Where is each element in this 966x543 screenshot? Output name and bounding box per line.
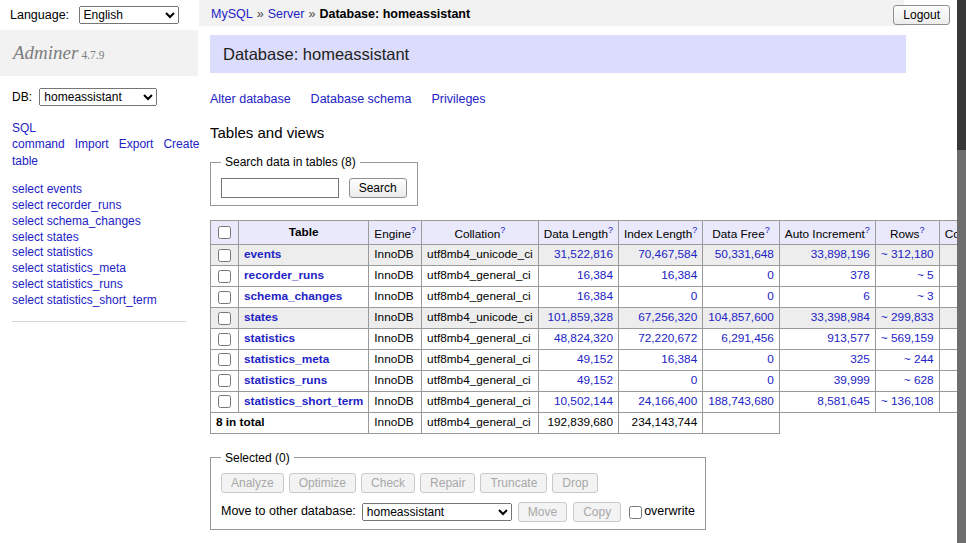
scrollbar-thumb[interactable] [957,0,966,150]
db-select[interactable]: homeassistant [39,88,157,106]
db-action-link[interactable]: Alter database [210,92,291,106]
data-free-link[interactable]: 0 [767,268,774,282]
row-select-checkbox[interactable] [218,312,231,325]
index-length-link[interactable]: 72,220,672 [638,331,697,345]
table-row: statistics_runsInnoDButf8mb4_general_ci4… [211,370,966,391]
db-action-link[interactable]: Database schema [311,92,412,106]
index-length-link[interactable]: 16,384 [661,352,697,366]
column-help-link[interactable]: ? [411,225,416,235]
sidebar-action-link[interactable]: Export [119,137,154,151]
index-length-link[interactable]: 24,166,400 [638,394,697,408]
sidebar-action-link[interactable]: Import [75,137,109,151]
data-free-link[interactable]: 0 [767,373,774,387]
sidebar-table-link[interactable]: select recorder_runs [12,198,186,214]
bulk-truncate-button[interactable]: Truncate [480,473,547,493]
row-select-checkbox[interactable] [218,353,231,366]
table-name-link[interactable]: statistics_runs [244,373,327,387]
table-name-link[interactable]: states [244,310,278,324]
move-button[interactable]: Move [518,502,567,522]
data-length-link[interactable]: 31,522,816 [554,247,613,261]
sidebar-table-link[interactable]: select schema_changes [12,214,186,230]
engine-cell: InnoDB [369,391,422,412]
rows-count-link[interactable]: ~ 244 [904,352,934,366]
sidebar-table-link[interactable]: select statistics_meta [12,261,186,277]
data-length-link[interactable]: 49,152 [577,373,613,387]
sidebar-table-link[interactable]: select events [12,182,186,198]
data-length-link[interactable]: 49,152 [577,352,613,366]
copy-button[interactable]: Copy [573,502,621,522]
overwrite-checkbox[interactable] [629,506,642,519]
index-length-link[interactable]: 70,467,584 [638,247,697,261]
index-length-link[interactable]: 0 [691,289,698,303]
data-free-link[interactable]: 50,331,648 [715,247,774,261]
row-select-checkbox[interactable] [218,249,231,262]
table-name-link[interactable]: statistics_short_term [244,394,363,408]
data-length-link[interactable]: 48,824,320 [554,331,613,345]
sidebar-table-link[interactable]: select statistics_runs [12,277,186,293]
move-db-select[interactable]: homeassistant [362,503,512,521]
data-length-link[interactable]: 16,384 [577,268,613,282]
auto-increment-link[interactable]: 8,581,645 [817,394,869,408]
search-button[interactable]: Search [349,178,407,198]
bulk-drop-button[interactable]: Drop [552,473,598,493]
index-length-link[interactable]: 67,256,320 [638,310,697,324]
auto-increment-link[interactable]: 378 [850,268,870,282]
rows-count-link[interactable]: ~ 5 [917,268,934,282]
sidebar-table-link[interactable]: select statistics [12,245,186,261]
row-select-checkbox[interactable] [218,291,231,304]
data-free-link[interactable]: 0 [767,289,774,303]
data-free-link[interactable]: 104,857,600 [708,310,774,324]
breadcrumb-link-server[interactable]: Server [268,7,305,21]
search-input[interactable] [221,178,339,198]
data-free-link[interactable]: 0 [767,352,774,366]
rows-count-link[interactable]: ~ 299,833 [881,310,934,324]
column-help-link[interactable]: ? [500,225,505,235]
table-name-link[interactable]: recorder_runs [244,268,324,282]
logout-button[interactable]: Logout [893,5,950,25]
column-help-link[interactable]: ? [919,225,924,235]
index-length-link[interactable]: 0 [691,373,698,387]
sidebar-action-link[interactable]: SQL command [12,121,65,152]
data-length-link[interactable]: 10,502,144 [554,394,613,408]
data-length-link[interactable]: 16,384 [577,289,613,303]
table-name-link[interactable]: statistics [244,331,295,345]
row-select-checkbox[interactable] [218,270,231,283]
select-all-checkbox[interactable] [218,226,231,239]
sidebar-table-link[interactable]: select states [12,230,186,246]
bulk-analyze-button[interactable]: Analyze [221,473,284,493]
data-free-link[interactable]: 188,743,680 [708,394,774,408]
data-free-link[interactable]: 6,291,456 [721,331,773,345]
rows-count-link[interactable]: ~ 312,180 [881,247,934,261]
auto-increment-link[interactable]: 6 [863,289,870,303]
auto-increment-link[interactable]: 39,999 [834,373,870,387]
auto-increment-link[interactable]: 913,577 [827,331,870,345]
row-select-checkbox[interactable] [218,333,231,346]
index-length-link[interactable]: 16,384 [661,268,697,282]
table-name-link[interactable]: schema_changes [244,289,342,303]
breadcrumb-link-mysql[interactable]: MySQL [211,7,253,21]
data-length-link[interactable]: 101,859,328 [547,310,613,324]
auto-increment-link[interactable]: 325 [850,352,870,366]
rows-count-link[interactable]: ~ 569,159 [881,331,934,345]
vertical-scrollbar[interactable] [957,0,966,543]
table-name-link[interactable]: statistics_meta [244,352,329,366]
auto-increment-link[interactable]: 33,398,984 [811,310,870,324]
bulk-optimize-button[interactable]: Optimize [289,473,356,493]
column-help-link[interactable]: ? [865,225,870,235]
row-select-checkbox[interactable] [218,374,231,387]
bulk-repair-button[interactable]: Repair [420,473,475,493]
rows-count-link[interactable]: ~ 628 [904,373,934,387]
db-action-link[interactable]: Privileges [431,92,485,106]
column-help-link[interactable]: ? [608,225,613,235]
bulk-check-button[interactable]: Check [361,473,415,493]
column-help-link[interactable]: ? [765,225,770,235]
auto-increment-link[interactable]: 33,898,196 [811,247,870,261]
rows-count-link[interactable]: ~ 136,108 [881,394,934,408]
row-select-checkbox[interactable] [218,395,231,408]
sidebar-table-link[interactable]: select statistics_short_term [12,293,186,309]
rows-count-link[interactable]: ~ 3 [917,289,934,303]
language-select[interactable]: English [79,6,179,24]
column-help-link[interactable]: ? [692,225,697,235]
collation-cell: utf8mb4_general_ci [422,350,539,371]
table-name-link[interactable]: events [244,247,281,261]
